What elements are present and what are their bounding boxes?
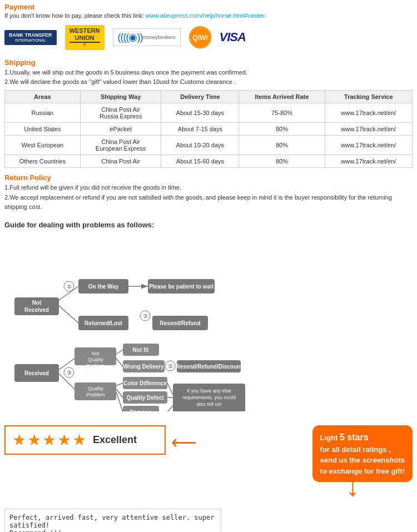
svg-text:Resend/Refund/Discount: Resend/Refund/Discount bbox=[176, 364, 243, 370]
svg-line-19 bbox=[59, 306, 78, 323]
callout-bubble: Light 5 stars for all detail ratings , s… bbox=[312, 425, 413, 483]
col-shipping-way: Shipping Way bbox=[80, 90, 161, 103]
table-row: West European China Post AirEuropean Exp… bbox=[5, 135, 413, 155]
area-russian: Russian bbox=[5, 103, 81, 122]
review-section: ★★★★★ Excellent ⟵ Light 5 stars for all … bbox=[0, 422, 417, 532]
shipping-table: Areas Shipping Way Delivery Time Items A… bbox=[4, 90, 413, 168]
return-notes: 1.Full refund will be given if you did n… bbox=[4, 183, 413, 212]
arrow-left-icon: ⟵ bbox=[171, 432, 197, 453]
return-policy-title: Return Policy bbox=[4, 173, 413, 182]
payment-section: Payment If you don't know how to pay, pl… bbox=[0, 0, 417, 56]
svg-text:②: ② bbox=[143, 313, 148, 319]
svg-text:Returned/Lost: Returned/Lost bbox=[85, 320, 122, 326]
shipping-way-1: China Post AirRussia Express bbox=[80, 103, 161, 122]
svg-text:If you have any else: If you have any else bbox=[187, 388, 231, 394]
area-others: Others Countries bbox=[5, 155, 81, 167]
qiwi-icon: QIWI bbox=[190, 27, 210, 47]
table-row: Others Countries China Post Air About 15… bbox=[5, 155, 413, 167]
shipping-section: Shipping 1.Usually, we will ship out the… bbox=[0, 56, 417, 171]
svg-text:③: ③ bbox=[67, 370, 72, 376]
star-icons: ★★★★★ bbox=[12, 431, 87, 449]
flow-diagram-svg: Not Received ① On the Way Please be pati… bbox=[9, 233, 354, 411]
area-us: United States bbox=[5, 122, 81, 135]
svg-text:Quality: Quality bbox=[88, 357, 104, 362]
svg-text:Received: Received bbox=[24, 370, 49, 376]
svg-text:Resend/Refund: Resend/Refund bbox=[160, 320, 200, 326]
tracking-1: www.17track.net/en/ bbox=[325, 103, 412, 122]
delivery-4: About 15-60 days bbox=[161, 155, 239, 167]
shipping-way-2: ePacket bbox=[80, 122, 161, 135]
rate-2: 80% bbox=[239, 122, 325, 135]
delivery-1: About 15-30 days bbox=[161, 103, 239, 122]
flow-diagram-section: Guide for dealing with problems as follo… bbox=[0, 218, 417, 420]
svg-text:Not: Not bbox=[32, 300, 42, 306]
shipping-notes: 1.Usually, we will ship out the goods in… bbox=[4, 68, 413, 87]
tracking-2: www.17track.net/en/ bbox=[325, 122, 412, 135]
payment-title: Payment bbox=[4, 3, 413, 11]
highlight-5: 5 stars bbox=[340, 432, 369, 442]
svg-line-54 bbox=[167, 383, 173, 395]
svg-text:On the Way: On the Way bbox=[88, 284, 119, 290]
flow-title: Guide for dealing with problems as follo… bbox=[4, 221, 413, 229]
excellent-label: Excellent bbox=[93, 434, 137, 446]
qiwi-logo: QIWI bbox=[189, 26, 211, 48]
svg-text:Not fit: Not fit bbox=[133, 347, 150, 353]
svg-text:①: ① bbox=[67, 284, 72, 290]
col-arrived-rate: Items Arrived Rate bbox=[239, 90, 325, 103]
visa-logo: VISA bbox=[220, 30, 246, 44]
svg-text:Quality: Quality bbox=[88, 386, 104, 391]
review-textarea-container: Perfect, arrived fast, very attentive se… bbox=[4, 509, 413, 532]
shipping-title: Shipping bbox=[4, 58, 413, 67]
svg-text:Not: Not bbox=[92, 351, 100, 356]
svg-text:requirements, you could: requirements, you could bbox=[182, 395, 236, 400]
svg-text:Problem: Problem bbox=[86, 363, 105, 369]
tracking-3: www.17track.net/en/ bbox=[325, 135, 412, 155]
payment-link[interactable]: www.aliexpress.com/help/home.html#center… bbox=[146, 12, 266, 19]
col-tracking: Tracking Service bbox=[325, 90, 412, 103]
svg-line-47 bbox=[116, 383, 123, 386]
area-eu: West European bbox=[5, 135, 81, 155]
western-union-logo: WESTERN UNION ® bbox=[65, 25, 105, 50]
arrow-down-icon: ↓ bbox=[346, 473, 360, 500]
shipping-way-4: China Post Air bbox=[80, 155, 161, 167]
svg-line-32 bbox=[116, 350, 123, 354]
delivery-2: About 7-15 days bbox=[161, 122, 239, 135]
review-textarea[interactable]: Perfect, arrived fast, very attentive se… bbox=[4, 509, 221, 532]
col-areas: Areas bbox=[5, 90, 81, 103]
review-relative-container: ★★★★★ Excellent ⟵ Light 5 stars for all … bbox=[4, 425, 413, 470]
svg-line-33 bbox=[116, 359, 123, 366]
rate-3: 80% bbox=[239, 135, 325, 155]
svg-text:Quality Defect: Quality Defect bbox=[126, 395, 164, 401]
svg-text:Damage: Damage bbox=[130, 409, 152, 411]
svg-text:Received: Received bbox=[24, 307, 49, 313]
table-row: United States ePacket About 7-15 days 80… bbox=[5, 122, 413, 135]
rate-1: 75-80% bbox=[239, 103, 325, 122]
svg-text:QIWI: QIWI bbox=[192, 34, 207, 42]
moneybookers-logo: ((((◉)) moneybookers bbox=[113, 28, 181, 46]
svg-line-49 bbox=[116, 392, 123, 411]
delivery-3: About 10-20 days bbox=[161, 135, 239, 155]
payment-note: If you don't know how to pay, please che… bbox=[4, 12, 413, 19]
rate-4: 80% bbox=[239, 155, 325, 167]
svg-text:②: ② bbox=[168, 363, 173, 369]
svg-line-56 bbox=[167, 406, 173, 411]
shipping-way-3: China Post AirEuropean Express bbox=[80, 135, 161, 155]
return-policy-section: Return Policy 1.Full refund will be give… bbox=[0, 171, 417, 218]
svg-text:also tell us!: also tell us! bbox=[196, 401, 221, 407]
svg-text:Color Difference: Color Difference bbox=[123, 380, 167, 386]
table-row: Russian China Post AirRussia Express Abo… bbox=[5, 103, 413, 122]
col-delivery-time: Delivery Time bbox=[161, 90, 239, 103]
bank-transfer-logo: BANK TRANSFER INTERNATIONAL bbox=[4, 30, 57, 45]
svg-rect-38 bbox=[75, 382, 116, 400]
tracking-4: www.17track.net/en/ bbox=[325, 155, 412, 167]
svg-text:Problem: Problem bbox=[86, 392, 105, 397]
payment-logos: BANK TRANSFER INTERNATIONAL WESTERN UNIO… bbox=[4, 22, 413, 53]
svg-text:Wrong Delivery: Wrong Delivery bbox=[123, 364, 164, 370]
stars-row: ★★★★★ Excellent bbox=[4, 425, 166, 455]
svg-text:Please be patient to wait: Please be patient to wait bbox=[149, 284, 214, 290]
